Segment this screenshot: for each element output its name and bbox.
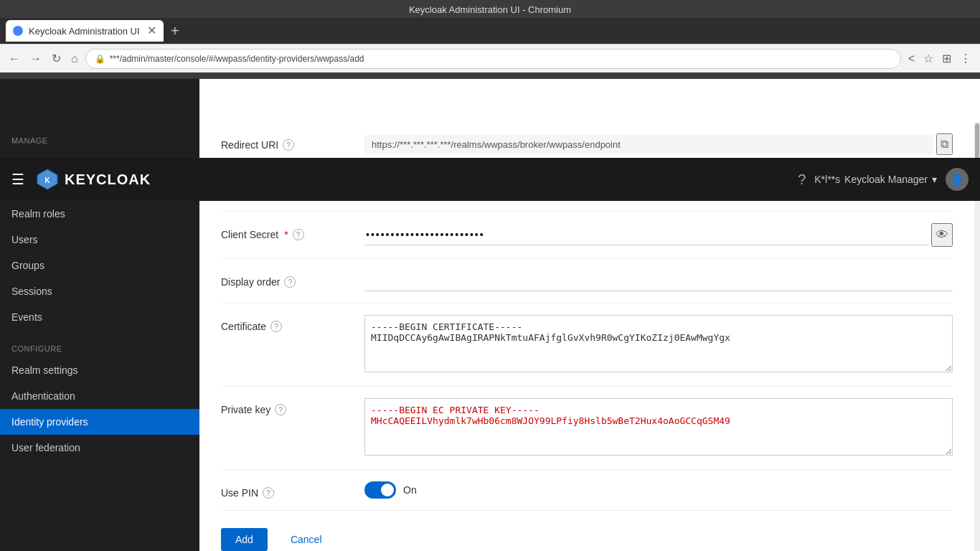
certificate-label-text: Certificate (221, 321, 266, 332)
tab-label: Keycloak Administration UI (29, 26, 140, 37)
sidebar-configure-label: Configure (0, 330, 199, 357)
private-key-row: Private key ? -----BEGIN EC PRIVATE KEY-… (221, 387, 953, 470)
new-tab-button[interactable]: + (166, 23, 184, 39)
sidebar-item-realm-settings-label: Realm settings (11, 364, 78, 376)
tab-favicon (13, 26, 23, 36)
redirect-uri-copy-button[interactable]: ⧉ (936, 133, 953, 155)
extensions-button[interactable]: ⊞ (939, 49, 954, 68)
certificate-control: -----BEGIN CERTIFICATE----- MIIDqDCCAy6g… (364, 315, 953, 375)
menu-button[interactable]: ⋮ (957, 49, 974, 68)
user-menu[interactable]: K*l**s Keycloak Manager ▾ (814, 174, 937, 185)
action-buttons: Add Cancel (221, 511, 953, 551)
sidebar-item-users-label: Users (11, 234, 38, 245)
private-key-control: -----BEGIN EC PRIVATE KEY----- MHcCAQEEI… (364, 398, 953, 458)
back-button[interactable]: ← (6, 50, 23, 68)
user-avatar[interactable]: 👤 (946, 168, 969, 191)
keycloak-logo-icon: K (36, 168, 59, 191)
sidebar-item-sessions-label: Sessions (11, 286, 52, 297)
sidebar-item-authentication[interactable]: Authentication (0, 383, 199, 409)
user-dropdown-icon: ▾ (932, 174, 937, 185)
sidebar-item-identity-providers-label: Identity providers (11, 416, 88, 428)
private-key-label: Private key ? (221, 398, 364, 415)
certificate-label: Certificate ? (221, 315, 364, 332)
svg-text:K: K (44, 176, 50, 184)
use-pin-toggle[interactable] (364, 481, 396, 499)
client-secret-toggle-button[interactable]: 👁 (931, 223, 953, 247)
browser-title: Keycloak Administration UI - Chromium (409, 4, 571, 15)
user-name: K*l**s (814, 174, 840, 185)
use-pin-label: Use PIN ? (221, 481, 364, 499)
display-order-row: Display order ? (221, 259, 953, 303)
private-key-textarea[interactable]: -----BEGIN EC PRIVATE KEY----- MHcCAQEEI… (364, 398, 953, 456)
use-pin-toggle-label: On (403, 484, 417, 496)
home-button[interactable]: ⌂ (68, 50, 81, 68)
bookmark-button[interactable]: ☆ (920, 49, 936, 68)
add-button[interactable]: Add (221, 528, 268, 551)
logo-text: KEYCLOAK (65, 171, 151, 188)
redirect-uri-input[interactable] (364, 135, 933, 154)
use-pin-help-icon[interactable]: ? (263, 487, 274, 499)
tab-close-button[interactable]: ✕ (147, 25, 156, 37)
client-secret-row: Client Secret * ? 👁 (221, 212, 953, 259)
sidebar: Manage Clients Client scopes Realm roles… (0, 79, 199, 551)
use-pin-row: Use PIN ? On (221, 470, 953, 511)
sidebar-item-events[interactable]: Events (0, 304, 199, 330)
certificate-help-icon[interactable]: ? (270, 321, 282, 332)
sidebar-item-groups-label: Groups (11, 260, 44, 271)
private-key-label-text: Private key (221, 404, 270, 415)
client-secret-required: * (284, 229, 288, 240)
user-role: Keycloak Manager (844, 174, 928, 185)
top-nav-right: ? K*l**s Keycloak Manager ▾ 👤 (798, 168, 969, 191)
client-secret-control: 👁 (364, 223, 953, 247)
sidebar-item-groups[interactable]: Groups (0, 253, 199, 278)
sidebar-manage-label: Manage (0, 122, 199, 149)
sidebar-item-user-federation[interactable]: User federation (0, 435, 199, 461)
display-order-label: Display order ? (221, 270, 364, 288)
use-pin-control: On (364, 481, 953, 499)
lock-icon: 🔒 (95, 54, 105, 64)
private-key-help-icon[interactable]: ? (275, 404, 286, 415)
certificate-row: Certificate ? -----BEGIN CERTIFICATE----… (221, 303, 953, 387)
top-navigation: ☰ K KEYCLOAK ? K*l**s Keycloak Manager ▾… (0, 158, 980, 201)
display-order-label-text: Display order (221, 276, 280, 288)
sidebar-item-sessions[interactable]: Sessions (0, 278, 199, 304)
forward-button[interactable]: → (27, 50, 44, 68)
sidebar-item-authentication-label: Authentication (11, 390, 75, 402)
redirect-uri-label-text: Redirect URI (221, 139, 278, 151)
redirect-uri-label: Redirect URI ? (221, 133, 364, 151)
display-order-help-icon[interactable]: ? (284, 276, 296, 288)
certificate-textarea[interactable]: -----BEGIN CERTIFICATE----- MIIDqDCCAy6g… (364, 315, 953, 372)
help-button[interactable]: ? (798, 171, 806, 188)
sidebar-item-events-label: Events (11, 311, 42, 323)
redirect-uri-help-icon[interactable]: ? (283, 139, 294, 151)
display-order-input[interactable] (364, 270, 953, 291)
url-text: ***/admin/master/console/#/wwpass/identi… (110, 54, 892, 64)
reload-button[interactable]: ↻ (49, 49, 64, 68)
keycloak-logo: K KEYCLOAK (36, 168, 151, 191)
share-button[interactable]: < (905, 49, 918, 68)
client-secret-input[interactable] (364, 225, 928, 245)
use-pin-slider (364, 481, 396, 499)
sidebar-item-realm-settings[interactable]: Realm settings (0, 357, 199, 383)
browser-tab[interactable]: Keycloak Administration UI ✕ (6, 20, 164, 42)
sidebar-item-users[interactable]: Users (0, 227, 199, 253)
cancel-button[interactable]: Cancel (276, 528, 336, 551)
sidebar-item-realm-roles[interactable]: Realm roles (0, 201, 199, 227)
display-order-control (364, 270, 953, 291)
client-secret-label-text: Client Secret (221, 229, 278, 240)
address-bar[interactable]: 🔒 ***/admin/master/console/#/wwpass/iden… (85, 49, 901, 69)
sidebar-item-user-federation-label: User federation (11, 442, 80, 453)
sidebar-item-realm-roles-label: Realm roles (11, 208, 65, 220)
sidebar-item-identity-providers[interactable]: Identity providers (0, 409, 199, 435)
redirect-uri-control: ⧉ (364, 133, 953, 155)
use-pin-label-text: Use PIN (221, 487, 258, 499)
hamburger-menu[interactable]: ☰ (11, 171, 24, 188)
client-secret-label: Client Secret * ? (221, 223, 364, 240)
client-secret-help-icon[interactable]: ? (293, 229, 304, 240)
